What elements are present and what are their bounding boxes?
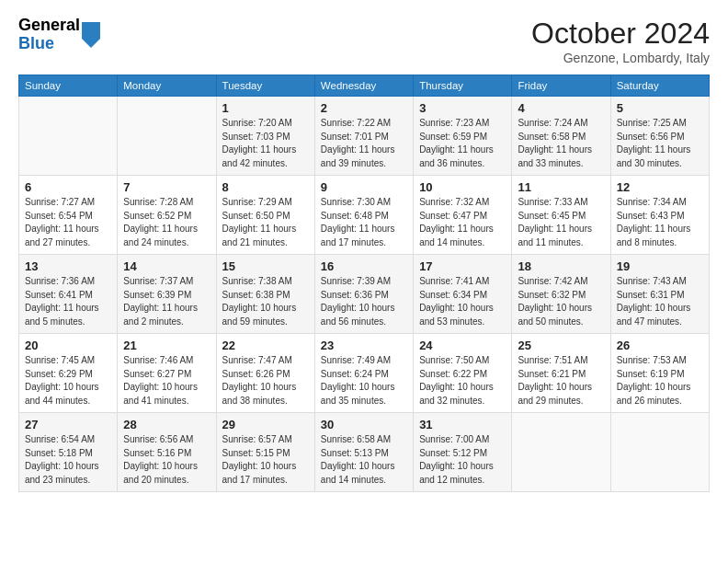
calendar-cell: 28 Sunrise: 6:56 AMSunset: 5:16 PMDaylig… [118, 413, 216, 492]
calendar-cell: 24 Sunrise: 7:50 AMSunset: 6:22 PMDaylig… [414, 334, 512, 413]
day-number: 28 [123, 418, 210, 431]
day-info: Sunrise: 7:39 AMSunset: 6:36 PMDaylight:… [321, 275, 407, 328]
day-info: Sunrise: 7:30 AMSunset: 6:48 PMDaylight:… [321, 196, 407, 249]
logo-text: General Blue [18, 17, 80, 53]
calendar-cell: 25 Sunrise: 7:51 AMSunset: 6:21 PMDaylig… [512, 334, 610, 413]
calendar-day-header: Saturday [610, 75, 709, 97]
day-number: 10 [419, 180, 506, 194]
calendar-cell [118, 97, 216, 176]
calendar-cell: 13 Sunrise: 7:36 AMSunset: 6:41 PMDaylig… [19, 255, 118, 334]
month-title: October 2024 [531, 17, 710, 51]
calendar-cell: 15 Sunrise: 7:38 AMSunset: 6:38 PMDaylig… [216, 255, 314, 334]
day-number: 14 [123, 259, 210, 273]
calendar-week-row: 1 Sunrise: 7:20 AMSunset: 7:03 PMDayligh… [19, 97, 710, 176]
calendar-cell: 23 Sunrise: 7:49 AMSunset: 6:24 PMDaylig… [314, 334, 413, 413]
day-info: Sunrise: 7:27 AMSunset: 6:54 PMDaylight:… [25, 196, 111, 249]
day-number: 21 [123, 339, 210, 352]
day-number: 13 [25, 259, 111, 273]
day-number: 3 [419, 101, 506, 115]
day-info: Sunrise: 7:50 AMSunset: 6:22 PMDaylight:… [419, 354, 506, 408]
day-info: Sunrise: 7:45 AMSunset: 6:29 PMDaylight:… [25, 354, 111, 408]
calendar-cell: 17 Sunrise: 7:41 AMSunset: 6:34 PMDaylig… [414, 255, 512, 334]
calendar-cell: 31 Sunrise: 7:00 AMSunset: 5:12 PMDaylig… [414, 413, 512, 492]
calendar-cell: 2 Sunrise: 7:22 AMSunset: 7:01 PMDayligh… [314, 97, 413, 176]
calendar-cell: 10 Sunrise: 7:32 AMSunset: 6:47 PMDaylig… [414, 176, 512, 255]
day-info: Sunrise: 7:32 AMSunset: 6:47 PMDaylight:… [419, 196, 506, 249]
day-number: 12 [617, 180, 703, 194]
calendar-cell [512, 413, 610, 492]
day-info: Sunrise: 7:25 AMSunset: 6:56 PMDaylight:… [617, 117, 703, 170]
calendar-cell: 6 Sunrise: 7:27 AMSunset: 6:54 PMDayligh… [19, 176, 118, 255]
day-number: 7 [123, 180, 210, 194]
day-number: 20 [25, 339, 111, 352]
calendar-week-row: 27 Sunrise: 6:54 AMSunset: 5:18 PMDaylig… [19, 413, 710, 492]
day-info: Sunrise: 6:56 AMSunset: 5:16 PMDaylight:… [123, 433, 210, 487]
day-number: 11 [518, 180, 604, 194]
calendar-cell: 16 Sunrise: 7:39 AMSunset: 6:36 PMDaylig… [314, 255, 413, 334]
calendar-cell: 18 Sunrise: 7:42 AMSunset: 6:32 PMDaylig… [512, 255, 610, 334]
day-number: 1 [222, 101, 309, 115]
calendar-cell [19, 97, 118, 176]
day-info: Sunrise: 7:29 AMSunset: 6:50 PMDaylight:… [222, 196, 309, 249]
day-info: Sunrise: 7:36 AMSunset: 6:41 PMDaylight:… [25, 275, 111, 328]
day-number: 27 [25, 418, 111, 431]
day-info: Sunrise: 7:00 AMSunset: 5:12 PMDaylight:… [419, 433, 506, 487]
day-number: 4 [518, 101, 604, 115]
day-number: 2 [321, 101, 407, 115]
calendar-week-row: 13 Sunrise: 7:36 AMSunset: 6:41 PMDaylig… [19, 255, 710, 334]
day-info: Sunrise: 7:49 AMSunset: 6:24 PMDaylight:… [321, 354, 407, 408]
day-info: Sunrise: 7:53 AMSunset: 6:19 PMDaylight:… [617, 354, 703, 408]
day-info: Sunrise: 6:57 AMSunset: 5:15 PMDaylight:… [222, 433, 309, 487]
page-header: General Blue October 2024 Genzone, Lomba… [18, 17, 710, 65]
day-info: Sunrise: 7:37 AMSunset: 6:39 PMDaylight:… [123, 275, 210, 328]
day-info: Sunrise: 7:20 AMSunset: 7:03 PMDaylight:… [222, 117, 309, 170]
day-number: 22 [222, 339, 309, 352]
day-number: 16 [321, 259, 407, 273]
svg-marker-0 [82, 22, 100, 48]
logo: General Blue [18, 17, 100, 53]
day-number: 29 [222, 418, 309, 431]
day-number: 15 [222, 259, 309, 273]
day-info: Sunrise: 6:58 AMSunset: 5:13 PMDaylight:… [321, 433, 407, 487]
calendar-cell: 20 Sunrise: 7:45 AMSunset: 6:29 PMDaylig… [19, 334, 118, 413]
calendar-day-header: Sunday [19, 75, 118, 97]
day-info: Sunrise: 7:28 AMSunset: 6:52 PMDaylight:… [123, 196, 210, 249]
day-info: Sunrise: 7:34 AMSunset: 6:43 PMDaylight:… [617, 196, 703, 249]
calendar-day-header: Thursday [414, 75, 512, 97]
day-info: Sunrise: 7:33 AMSunset: 6:45 PMDaylight:… [518, 196, 604, 249]
day-info: Sunrise: 7:41 AMSunset: 6:34 PMDaylight:… [419, 275, 506, 328]
logo-icon [82, 22, 100, 48]
calendar-cell: 7 Sunrise: 7:28 AMSunset: 6:52 PMDayligh… [118, 176, 216, 255]
day-number: 6 [25, 180, 111, 194]
calendar-cell: 1 Sunrise: 7:20 AMSunset: 7:03 PMDayligh… [216, 97, 314, 176]
calendar-cell: 4 Sunrise: 7:24 AMSunset: 6:58 PMDayligh… [512, 97, 610, 176]
day-number: 17 [419, 259, 506, 273]
day-number: 26 [617, 339, 703, 352]
calendar-cell: 29 Sunrise: 6:57 AMSunset: 5:15 PMDaylig… [216, 413, 314, 492]
calendar-cell: 19 Sunrise: 7:43 AMSunset: 6:31 PMDaylig… [610, 255, 709, 334]
calendar-day-header: Wednesday [314, 75, 413, 97]
day-number: 8 [222, 180, 309, 194]
day-number: 30 [321, 418, 407, 431]
day-number: 5 [617, 101, 703, 115]
calendar-day-header: Friday [512, 75, 610, 97]
logo-blue: Blue [18, 35, 80, 53]
calendar-day-header: Tuesday [216, 75, 314, 97]
day-info: Sunrise: 7:47 AMSunset: 6:26 PMDaylight:… [222, 354, 309, 408]
day-number: 23 [321, 339, 407, 352]
calendar-week-row: 6 Sunrise: 7:27 AMSunset: 6:54 PMDayligh… [19, 176, 710, 255]
location: Genzone, Lombardy, Italy [531, 51, 710, 65]
calendar-cell: 11 Sunrise: 7:33 AMSunset: 6:45 PMDaylig… [512, 176, 610, 255]
day-number: 19 [617, 259, 703, 273]
day-number: 9 [321, 180, 407, 194]
calendar-cell: 5 Sunrise: 7:25 AMSunset: 6:56 PMDayligh… [610, 97, 709, 176]
day-number: 18 [518, 259, 604, 273]
calendar-header-row: SundayMondayTuesdayWednesdayThursdayFrid… [19, 75, 710, 97]
day-info: Sunrise: 7:51 AMSunset: 6:21 PMDaylight:… [518, 354, 604, 408]
calendar-cell: 12 Sunrise: 7:34 AMSunset: 6:43 PMDaylig… [610, 176, 709, 255]
day-info: Sunrise: 7:23 AMSunset: 6:59 PMDaylight:… [419, 117, 506, 170]
day-info: Sunrise: 7:42 AMSunset: 6:32 PMDaylight:… [518, 275, 604, 328]
calendar-cell [610, 413, 709, 492]
calendar-cell: 26 Sunrise: 7:53 AMSunset: 6:19 PMDaylig… [610, 334, 709, 413]
day-number: 25 [518, 339, 604, 352]
